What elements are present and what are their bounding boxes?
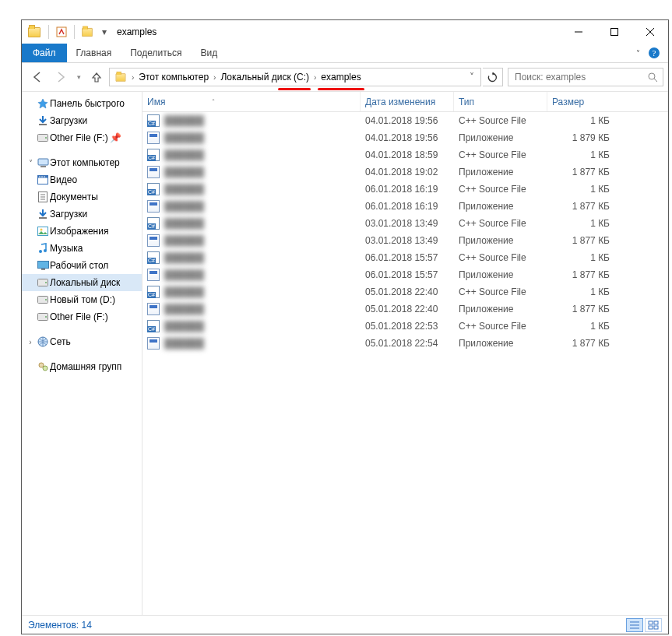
expand-icon[interactable]: › [25, 338, 36, 346]
qat-customize-button[interactable]: ▾ [100, 23, 109, 40]
svg-rect-28 [37, 262, 48, 269]
file-size: 1 КБ [547, 321, 614, 332]
minimize-button[interactable] [561, 20, 596, 44]
application-icon [147, 234, 160, 247]
file-row[interactable]: ██████05.01.2018 22:40Приложение1 877 КБ [142, 300, 668, 318]
search-box[interactable] [508, 68, 663, 86]
file-row[interactable]: ██████06.01.2018 15:57C++ Source File1 К… [142, 249, 668, 266]
nav-back-button[interactable] [26, 66, 48, 88]
sidebar-thispc-item[interactable]: Музыка [22, 240, 142, 257]
svg-point-31 [45, 282, 47, 283]
file-name: ██████ [164, 269, 204, 280]
svg-point-17 [41, 176, 43, 177]
sidebar-item-label: Локальный диск [50, 277, 120, 288]
address-bar[interactable]: › Этот компьютер › Локальный диск (C:) ›… [109, 68, 481, 86]
view-large-icons-button[interactable] [645, 618, 662, 632]
ribbon-tab-share[interactable]: Поделиться [121, 44, 191, 62]
close-button[interactable] [632, 20, 668, 44]
ribbon-tab-view[interactable]: Вид [191, 44, 227, 62]
file-row[interactable]: ██████06.01.2018 16:19Приложение1 877 КБ [142, 198, 668, 215]
quick-access-toolbar: ▾ [48, 23, 109, 40]
address-dropdown-button[interactable]: ˅ [465, 72, 479, 83]
svg-rect-13 [40, 166, 46, 167]
file-row[interactable]: ██████03.01.2018 13:49Приложение1 877 КБ [142, 232, 668, 249]
file-row[interactable]: ██████04.01.2018 19:56Приложение1 879 КБ [142, 129, 668, 146]
column-size[interactable]: Размер [547, 92, 668, 111]
drive-icon [36, 313, 50, 321]
column-name[interactable]: Имя ˆ [142, 92, 361, 111]
file-date: 06.01.2018 15:57 [361, 252, 454, 263]
sidebar-thispc-item[interactable]: Загрузки [22, 206, 142, 223]
sidebar-thispc-item[interactable]: Рабочий стол [22, 257, 142, 274]
svg-point-11 [45, 137, 47, 139]
file-row[interactable]: ██████04.01.2018 19:02Приложение1 877 КБ [142, 163, 668, 181]
ribbon-expand-button[interactable]: ˅ [636, 49, 640, 58]
file-size: 1 877 КБ [547, 269, 614, 280]
file-date: 03.01.2018 13:49 [361, 218, 454, 229]
breadcrumb-folder[interactable]: examples [318, 69, 364, 86]
file-rows[interactable]: ██████04.01.2018 19:56C++ Source File1 К… [142, 112, 668, 615]
help-icon[interactable]: ? [648, 47, 660, 59]
file-row[interactable]: ██████06.01.2018 15:57Приложение1 877 КБ [142, 266, 668, 283]
qat-newfolder-button[interactable] [79, 23, 95, 40]
sidebar-thispc-item[interactable]: Видео [22, 171, 142, 188]
file-date: 05.01.2018 22:53 [361, 321, 454, 332]
drive-icon [36, 134, 50, 142]
breadcrumb-thispc[interactable]: Этот компьютер [135, 69, 212, 86]
sidebar-this-pc[interactable]: ˅ Этот компьютер [22, 154, 142, 171]
column-type[interactable]: Тип [454, 92, 547, 111]
maximize-button[interactable] [596, 20, 632, 44]
highlight-mark [278, 88, 311, 90]
sidebar-thispc-item[interactable]: Локальный диск [22, 274, 142, 291]
pin-icon: 📌 [110, 132, 121, 143]
sidebar-quick-downloads[interactable]: Загрузки [22, 112, 142, 129]
sidebar-network[interactable]: › Сеть [22, 333, 142, 350]
expand-icon[interactable]: ˅ [25, 159, 36, 167]
file-row[interactable]: ██████04.01.2018 18:59C++ Source File1 К… [142, 146, 668, 163]
cpp-file-icon [147, 251, 160, 264]
sidebar-quick-otherfile[interactable]: Other File (F:) 📌 [22, 129, 142, 146]
sidebar-thispc-item[interactable]: Документы [22, 188, 142, 206]
refresh-button[interactable] [483, 68, 503, 86]
sidebar-item-label: Загрузки [50, 115, 87, 126]
file-row[interactable]: ██████05.01.2018 22:40C++ Source File1 К… [142, 283, 668, 300]
application-icon [147, 200, 160, 213]
explorer-window: ▾ examples Файл Главная Поделиться Вид ˅… [21, 19, 669, 634]
nav-history-button[interactable]: ▾ [73, 66, 84, 88]
sidebar-quick-access[interactable]: Панель быстрого [22, 95, 142, 112]
application-icon [147, 269, 160, 281]
file-row[interactable]: ██████05.01.2018 22:54Приложение1 877 КБ [142, 335, 668, 352]
file-name: ██████ [164, 149, 204, 160]
sidebar-homegroup[interactable]: Домашняя групп [22, 358, 142, 375]
sidebar-thispc-item[interactable]: Новый том (D:) [22, 291, 142, 308]
ribbon-tab-file[interactable]: Файл [22, 44, 67, 62]
file-type: Приложение [454, 338, 547, 349]
search-input[interactable] [513, 71, 647, 83]
file-row[interactable]: ██████06.01.2018 16:19C++ Source File1 К… [142, 181, 668, 198]
nav-up-button[interactable] [86, 66, 107, 88]
view-details-button[interactable] [626, 618, 643, 632]
sidebar-item-label: Изображения [50, 226, 108, 237]
navigation-pane: Панель быстрого Загрузки Other File (F:)… [22, 92, 142, 615]
qat-properties-button[interactable] [54, 23, 69, 40]
svg-rect-45 [654, 626, 658, 629]
file-name: ██████ [164, 167, 204, 177]
chevron-right-icon[interactable]: › [130, 73, 135, 82]
docs-icon [36, 192, 50, 202]
images-icon [36, 227, 50, 236]
chevron-right-icon[interactable]: › [212, 73, 217, 82]
file-row[interactable]: ██████03.01.2018 13:49C++ Source File1 К… [142, 215, 668, 232]
breadcrumb-drive-c[interactable]: Локальный диск (C:) [217, 69, 312, 86]
file-row[interactable]: ██████04.01.2018 19:56C++ Source File1 К… [142, 112, 668, 129]
download-icon [36, 115, 50, 126]
sidebar-thispc-item[interactable]: Other File (F:) [22, 308, 142, 325]
search-icon[interactable] [647, 72, 658, 83]
sidebar-thispc-item[interactable]: Изображения [22, 223, 142, 240]
chevron-right-icon[interactable]: › [312, 73, 318, 82]
computer-icon [36, 158, 50, 168]
address-root-icon[interactable] [111, 69, 130, 86]
column-date[interactable]: Дата изменения [361, 92, 454, 111]
file-row[interactable]: ██████05.01.2018 22:53C++ Source File1 К… [142, 318, 668, 335]
ribbon-tab-home[interactable]: Главная [67, 44, 121, 62]
nav-forward-button[interactable] [50, 66, 72, 88]
